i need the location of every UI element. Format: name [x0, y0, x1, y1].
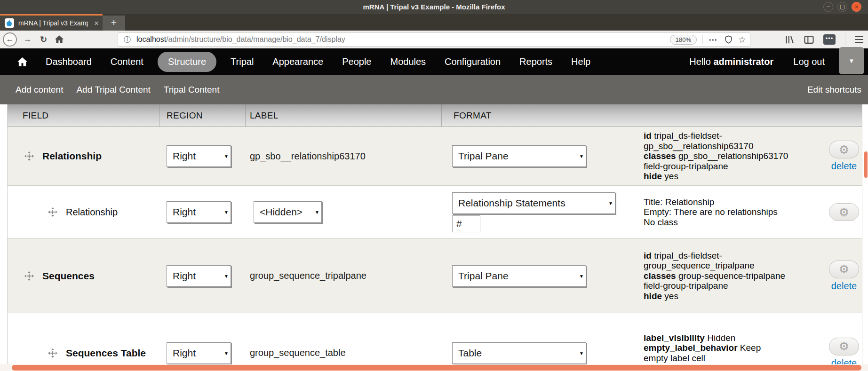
vertical-scrollbar-thumb[interactable]	[864, 151, 868, 178]
admin-menu-item-tripal[interactable]: Tripal	[221, 56, 263, 67]
format-select[interactable]: Tripal Pane ▼	[452, 265, 586, 287]
field-table-body: Relationship Right ▼ gp_sbo__relationshi…	[8, 127, 862, 371]
admin-menu-item-help[interactable]: Help	[562, 56, 600, 67]
field-row: Sequences Right ▼ group_sequence_tripalp…	[8, 238, 862, 313]
horizontal-scrollbar-thumb[interactable]	[12, 365, 861, 371]
firefox-window: mRNA | Tripal v3 Example - Mozilla Firef…	[0, 0, 868, 371]
gear-icon: ⚙	[839, 205, 849, 219]
close-button[interactable]: ×	[852, 2, 861, 12]
drag-handle-icon[interactable]	[24, 151, 34, 161]
format-cell: Tripal Pane ▼	[442, 239, 633, 313]
select-arrow-icon: ▼	[579, 350, 584, 355]
field-name: Relationship	[66, 204, 118, 221]
label-cell: gp_sbo__relationship63170	[246, 127, 442, 185]
window-controls: – ▢ ×	[823, 2, 861, 12]
drag-handle-icon[interactable]	[48, 207, 58, 217]
region-select[interactable]: Right ▼	[167, 342, 231, 364]
tab-close-icon[interactable]: ×	[94, 19, 99, 27]
settings-gear-button[interactable]: ⚙	[829, 141, 859, 158]
format-summary: id tripal_ds-fieldset-gp_sbo__relationsh…	[633, 131, 788, 182]
sidebar-icon[interactable]	[804, 35, 814, 44]
drag-handle-icon[interactable]	[48, 348, 58, 358]
summary-line: classes gp_sbo__relationship63170	[644, 151, 788, 161]
shortcut-add-content[interactable]: Add content	[9, 85, 70, 95]
format-summary: Title: RelationshipEmpty: There are no r…	[633, 197, 778, 228]
extension-icon[interactable]: •••	[823, 34, 836, 45]
field-row: Sequences Table Right ▼ group_sequence_t…	[8, 313, 862, 371]
admin-menu-item-people[interactable]: People	[333, 56, 381, 67]
format-select[interactable]: Relationship Statements ▼	[452, 192, 615, 214]
shortcut-add-tripal-content[interactable]: Add Tripal Content	[70, 85, 157, 95]
maximize-button[interactable]: ▢	[837, 2, 847, 12]
new-tab-button[interactable]: +	[103, 16, 125, 31]
back-button[interactable]: ←	[3, 32, 17, 47]
delete-link[interactable]: delete	[831, 161, 857, 172]
drag-handle-icon[interactable]	[24, 271, 34, 281]
browser-toolbar: ← → ↻ ⓘ localhost/admin/structure/bio_da…	[0, 31, 868, 48]
format-summary: id tripal_ds-fieldset-group_sequence_tri…	[633, 251, 785, 301]
admin-menu-item-structure[interactable]: Structure	[158, 52, 216, 72]
pocket-shield-icon[interactable]	[725, 35, 733, 44]
format-class-input[interactable]	[452, 215, 480, 232]
tab-title: mRNA | Tripal v3 Example	[18, 19, 88, 27]
bookmark-star-icon[interactable]: ☆	[738, 34, 746, 45]
summary-line: hide yes	[644, 291, 785, 301]
settings-gear-button[interactable]: ⚙	[829, 203, 859, 221]
summary-line: Title: Relationship	[644, 197, 778, 207]
page-actions-icon[interactable]: ⋯	[709, 34, 718, 45]
format-select[interactable]: Tripal Pane ▼	[452, 145, 586, 167]
admin-home-icon[interactable]	[17, 57, 28, 67]
url-bar[interactable]: ⓘ localhost/admin/structure/bio_data/man…	[118, 32, 750, 47]
library-icon[interactable]	[785, 35, 795, 44]
summary-cell: Title: RelationshipEmpty: There are no r…	[633, 186, 817, 238]
gear-icon: ⚙	[839, 339, 849, 353]
window-title: mRNA | Tripal v3 Example - Mozilla Firef…	[0, 0, 868, 14]
label-cell: <Hidden> ▼	[246, 186, 442, 238]
url-text: localhost/admin/structure/bio_data/manag…	[136, 35, 345, 44]
summary-line: group_sequence_tripalpane	[644, 260, 785, 271]
home-button[interactable]	[55, 35, 64, 44]
admin-menu-item-configuration[interactable]: Configuration	[435, 56, 510, 67]
admin-menu-item-reports[interactable]: Reports	[510, 56, 562, 67]
delete-link[interactable]: delete	[831, 281, 857, 292]
minimize-button[interactable]: –	[823, 2, 833, 12]
admin-menu-item-appearance[interactable]: Appearance	[263, 56, 333, 67]
label-cell: group_sequence_table	[246, 313, 442, 371]
toolbar-divider	[845, 33, 845, 46]
admin-menu-item-content[interactable]: Content	[101, 56, 153, 67]
admin-menu-item-modules[interactable]: Modules	[381, 56, 436, 67]
format-select[interactable]: Table ▼	[452, 342, 586, 364]
summary-line: empty_label_behavior Keep	[644, 343, 785, 353]
reload-button[interactable]: ↻	[40, 34, 47, 45]
select-arrow-icon: ▼	[608, 200, 613, 205]
field-cell: Sequences	[8, 239, 159, 313]
admin-menu-item-dashboard[interactable]: Dashboard	[36, 56, 101, 67]
region-select[interactable]: Right ▼	[167, 201, 231, 223]
admin-toolbar: DashboardContentStructureTripalAppearanc…	[0, 48, 868, 75]
operations-cell: ⚙ delete	[817, 239, 863, 313]
column-header-label: LABEL	[246, 104, 442, 126]
menu-icon[interactable]	[855, 36, 863, 43]
column-header-region: REGION	[159, 104, 246, 126]
region-cell: Right ▼	[159, 313, 246, 371]
zoom-level-badge[interactable]: 180%	[670, 35, 697, 45]
label-select[interactable]: <Hidden> ▼	[254, 201, 322, 223]
browser-tab[interactable]: mRNA | Tripal v3 Example ×	[0, 14, 103, 31]
field-name: Sequences Table	[66, 345, 146, 362]
summary-line: empty label cell	[644, 353, 785, 363]
edit-shortcuts-link[interactable]: Edit shortcuts	[807, 85, 861, 95]
settings-gear-button[interactable]: ⚙	[829, 260, 859, 278]
logout-link[interactable]: Log out	[793, 56, 825, 67]
operations-cell: ⚙ delete	[817, 313, 863, 371]
toolbar-orientation-toggle[interactable]: ▼	[839, 47, 864, 74]
select-arrow-icon: ▼	[224, 273, 229, 278]
site-info-icon[interactable]: ⓘ	[124, 35, 131, 44]
region-cell: Right ▼	[159, 186, 246, 238]
region-select[interactable]: Right ▼	[167, 145, 231, 167]
gear-icon: ⚙	[839, 262, 849, 276]
shortcut-tripal-content[interactable]: Tripal Content	[157, 85, 226, 95]
forward-button[interactable]: →	[24, 35, 32, 44]
field-cell: Sequences Table	[8, 313, 159, 371]
region-select[interactable]: Right ▼	[167, 265, 231, 287]
settings-gear-button[interactable]: ⚙	[829, 338, 859, 355]
